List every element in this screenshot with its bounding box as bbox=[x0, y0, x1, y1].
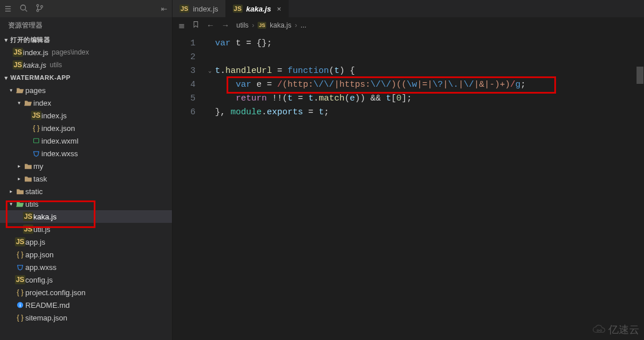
list-icon[interactable]: ≣ bbox=[178, 21, 185, 30]
branch-icon[interactable] bbox=[36, 4, 44, 14]
tab-label: kaka.js bbox=[246, 5, 271, 13]
svg-point-9 bbox=[600, 330, 602, 331]
project-label: WATERMARK-APP bbox=[10, 74, 71, 81]
js-icon: JS bbox=[15, 237, 25, 246]
explorer-label: 资源管理器 bbox=[8, 21, 43, 30]
breadcrumb-sep: › bbox=[252, 21, 254, 29]
folder-open-icon bbox=[15, 200, 25, 207]
svg-point-2 bbox=[37, 4, 39, 6]
code-line[interactable]: t.handleUrl = function(t) { bbox=[215, 64, 526, 78]
open-editors-label: 打开的编辑器 bbox=[10, 36, 50, 44]
search-icon[interactable] bbox=[20, 4, 28, 14]
tree-item-label: index.json bbox=[41, 124, 75, 133]
tree-item-index-wxml[interactable]: index.wxml bbox=[0, 134, 172, 147]
js-icon: JS bbox=[15, 275, 25, 284]
chevron-down-icon: ▾ bbox=[7, 87, 15, 93]
tree-item-app-json[interactable]: { }app.json bbox=[0, 248, 172, 261]
tree-item-utils[interactable]: ▾utils bbox=[0, 198, 172, 210]
json-icon: { } bbox=[15, 314, 25, 322]
sidebar: ☰ ⇤ 资源管理器 ▾ 打开的编辑器 JSindex.jspages\index… bbox=[0, 0, 172, 340]
tab-index-js[interactable]: JSindex.js bbox=[172, 0, 226, 17]
chevron-down-icon: ▾ bbox=[2, 75, 10, 81]
chevron-right-icon: ▸ bbox=[15, 163, 23, 169]
nav-forward-icon[interactable]: → bbox=[221, 21, 229, 30]
tree-item-static[interactable]: ▸static bbox=[0, 185, 172, 198]
tree-item-label: sitemap.json bbox=[25, 314, 67, 322]
tree-item-pages[interactable]: ▾pages bbox=[0, 84, 172, 96]
chevron-down-icon: ▾ bbox=[2, 37, 10, 43]
tree-item-sitemap-json[interactable]: { }sitemap.json bbox=[0, 311, 172, 324]
breadcrumb-bar: ≣ ← → utils › JS kaka.js › ... bbox=[172, 17, 644, 33]
file-path: utils bbox=[49, 61, 62, 69]
breadcrumb-part[interactable]: ... bbox=[301, 21, 306, 29]
folder-icon bbox=[15, 188, 25, 195]
tree-item-config-js[interactable]: JSconfig.js bbox=[0, 273, 172, 286]
tree-item-README-md[interactable]: iREADME.md bbox=[0, 299, 172, 311]
line-number: 1 bbox=[172, 37, 195, 51]
tree-item-label: util.js bbox=[33, 225, 51, 234]
project-section[interactable]: ▾ WATERMARK-APP bbox=[0, 71, 172, 84]
tree-item-label: app.json bbox=[25, 250, 53, 259]
folder-icon bbox=[23, 175, 33, 182]
code-editor[interactable]: 123456 ⌄ var t = {};t.handleUrl = functi… bbox=[172, 33, 644, 340]
tree-item-index-json[interactable]: { }index.json bbox=[0, 122, 172, 134]
tree-item-kaka-js[interactable]: JSkaka.js bbox=[0, 210, 172, 223]
editor-pane: JSindex.jsJSkaka.js× ≣ ← → utils › JS ka… bbox=[172, 0, 644, 340]
info-icon: i bbox=[15, 302, 25, 308]
tree-item-index-js[interactable]: JSindex.js bbox=[0, 109, 172, 122]
tree-item-label: pages bbox=[25, 86, 45, 95]
fold-icon[interactable]: ⌄ bbox=[205, 64, 215, 78]
breadcrumb-part[interactable]: kaka.js bbox=[270, 21, 291, 29]
tree-item-label: index bbox=[33, 99, 51, 107]
tree-item-index-wxss[interactable]: index.wxss bbox=[0, 147, 172, 160]
js-icon: JS bbox=[233, 5, 243, 13]
code-line[interactable] bbox=[215, 51, 526, 64]
fold-column: ⌄ bbox=[205, 33, 215, 340]
bookmark-icon[interactable] bbox=[192, 21, 200, 30]
js-icon: JS bbox=[31, 111, 41, 120]
file-label: index.js bbox=[23, 48, 48, 57]
json-icon: { } bbox=[31, 124, 41, 132]
nav-back-icon[interactable]: ← bbox=[206, 21, 214, 30]
breadcrumb[interactable]: utils › JS kaka.js › ... bbox=[236, 21, 306, 29]
tree-item-label: kaka.js bbox=[33, 212, 56, 221]
code-line[interactable]: var t = {}; bbox=[215, 37, 526, 51]
svg-line-1 bbox=[25, 9, 28, 11]
code-line[interactable]: }, module.exports = t; bbox=[215, 106, 526, 119]
tree-item-util-js[interactable]: JSutil.js bbox=[0, 223, 172, 235]
line-number: 5 bbox=[172, 92, 195, 106]
json-icon: { } bbox=[15, 288, 25, 296]
tree-item-app-js[interactable]: JSapp.js bbox=[0, 235, 172, 248]
code-body[interactable]: var t = {};t.handleUrl = function(t) { v… bbox=[215, 33, 526, 340]
code-line[interactable]: var e = /(http:\/\/|https:\/\/)((\w|=|\?… bbox=[215, 78, 526, 92]
tree-item-project-config-json[interactable]: { }project.config.json bbox=[0, 286, 172, 299]
tree-item-my[interactable]: ▸my bbox=[0, 160, 172, 172]
js-icon: JS bbox=[179, 5, 189, 13]
tree-item-app-wxss[interactable]: app.wxss bbox=[0, 261, 172, 273]
tab-kaka-js[interactable]: JSkaka.js× bbox=[226, 0, 289, 17]
open-editors-section[interactable]: ▾ 打开的编辑器 bbox=[0, 33, 172, 46]
open-editor-item[interactable]: JSkaka.jsutils bbox=[0, 59, 172, 71]
js-icon: JS bbox=[23, 212, 33, 221]
open-editor-item[interactable]: JSindex.jspages\index bbox=[0, 46, 172, 59]
line-number: 4 bbox=[172, 78, 195, 92]
tree-item-label: index.wxml bbox=[41, 137, 78, 145]
tree-item-label: static bbox=[25, 187, 43, 196]
tree-item-label: project.config.json bbox=[25, 288, 86, 297]
code-line[interactable]: return !!(t = t.match(e)) && t[0]; bbox=[215, 92, 526, 106]
menu-icon[interactable]: ☰ bbox=[5, 5, 12, 13]
svg-text:i: i bbox=[20, 303, 21, 308]
scrollbar-thumb[interactable] bbox=[637, 67, 643, 84]
close-icon[interactable]: × bbox=[277, 5, 281, 13]
line-number: 6 bbox=[172, 106, 195, 119]
collapse-icon[interactable]: ⇤ bbox=[161, 5, 167, 13]
tree-item-index[interactable]: ▾index bbox=[0, 96, 172, 109]
scrollbar-track[interactable] bbox=[636, 67, 644, 340]
breadcrumb-part[interactable]: utils bbox=[236, 21, 248, 29]
tree-item-label: app.js bbox=[25, 238, 45, 246]
chevron-right-icon: ▸ bbox=[7, 188, 15, 194]
tree-item-task[interactable]: ▸task bbox=[0, 172, 172, 185]
svg-point-0 bbox=[21, 5, 26, 10]
breadcrumb-sep: › bbox=[295, 21, 297, 29]
tree-item-label: index.js bbox=[41, 111, 67, 120]
